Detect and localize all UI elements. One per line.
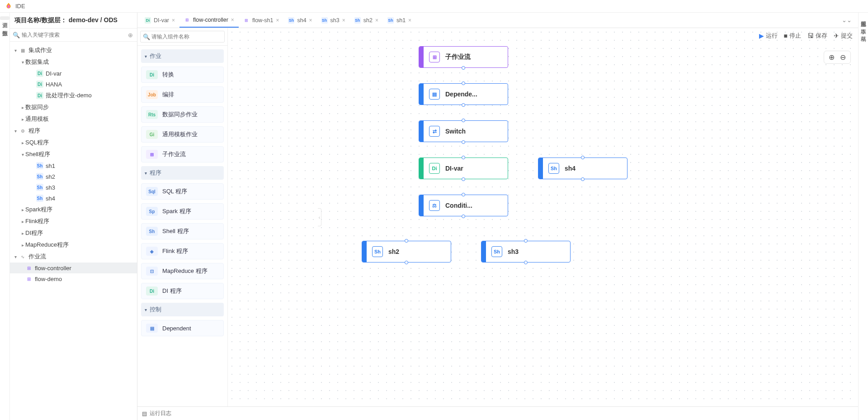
tree-leaf[interactable]: Shsh1 — [10, 160, 137, 171]
palette-item[interactable]: ⊞子作业流 — [141, 146, 224, 162]
send-icon: ✈ — [834, 32, 839, 39]
close-icon[interactable]: × — [231, 17, 234, 23]
tree-leaf[interactable]: DiDI-var — [10, 68, 137, 79]
run-button[interactable]: ▶运行 — [759, 32, 778, 40]
flow-canvas[interactable]: ⊞子作业流 ▤Depende... ⇄Switch DiDI-var Shsh4… — [228, 28, 858, 406]
close-icon[interactable]: × — [375, 17, 378, 24]
palette-item[interactable]: SpSpark 程序 — [141, 203, 224, 220]
tree-node-chengxu[interactable]: ▾⚙程序 — [10, 125, 137, 137]
sh-icon: Sh — [387, 17, 394, 24]
palette-item[interactable]: Di转换 — [141, 67, 224, 83]
zoom-out-button[interactable]: ⊖ — [838, 53, 848, 62]
palette-item[interactable]: ▤Dependent — [141, 320, 224, 336]
palette-item[interactable]: ◈Flink 程序 — [141, 243, 224, 259]
gear-icon: ⚙ — [19, 127, 26, 134]
close-icon[interactable]: × — [342, 17, 345, 24]
tree-node-spark[interactable]: ▸Spark程序 — [10, 204, 137, 215]
sh-icon: Sh — [548, 163, 559, 174]
tree-node-diprog[interactable]: ▸DI程序 — [10, 227, 137, 239]
close-icon[interactable]: × — [309, 17, 312, 24]
tree-leaf-flow-demo[interactable]: ⊞flow-demo — [10, 273, 137, 284]
flow-node-condition[interactable]: ⚖Conditi... — [419, 195, 508, 216]
tree-node-shujutongbu[interactable]: ▸数据同步 — [10, 101, 137, 113]
add-icon[interactable]: ⊕ — [126, 31, 134, 39]
palette-section-chengxu[interactable]: ▾程序 — [141, 166, 224, 180]
tree-node-tongyongmoban[interactable]: ▸通用模板 — [10, 113, 137, 125]
mr-icon: ⊡ — [146, 267, 158, 276]
submit-button[interactable]: ✈提交 — [834, 32, 853, 40]
tab-sh2[interactable]: Shsh2× — [350, 13, 383, 28]
tree-node-zuoyeliu[interactable]: ▾∿作业流 — [10, 251, 137, 262]
stop-button[interactable]: ■停止 — [784, 32, 801, 40]
tab-sh1[interactable]: Shsh1× — [383, 13, 416, 28]
tree-leaf[interactable]: Shsh4 — [10, 193, 137, 204]
search-icon: 🔍 — [143, 33, 150, 40]
component-palette: 🔍 ▾作业 Di转换 Job编排 Rts数据同步作业 Gi通用模板作业 ⊞子作业… — [137, 28, 228, 406]
di-icon: Di — [146, 70, 158, 79]
tree-node-flink[interactable]: ▸Flink程序 — [10, 215, 137, 227]
close-icon[interactable]: × — [276, 17, 279, 24]
flow-node-sh2[interactable]: Shsh2 — [362, 241, 451, 262]
close-icon[interactable]: × — [172, 17, 175, 24]
palette-section-kongzhi[interactable]: ▾控制 — [141, 303, 224, 316]
flow-icon: ⊞ — [25, 264, 33, 272]
play-icon: ▶ — [759, 32, 764, 39]
flow-node-dependent[interactable]: ▤Depende... — [419, 83, 508, 105]
tab-sh3[interactable]: Shsh3× — [317, 13, 350, 28]
palette-item[interactable]: SqlSQL 程序 — [141, 183, 224, 200]
subflow-icon: ⊞ — [429, 52, 440, 62]
palette-item[interactable]: Gi通用模板作业 — [141, 126, 224, 143]
di-icon: Di — [429, 163, 440, 174]
stop-icon: ■ — [784, 32, 788, 39]
tree-node-mr[interactable]: ▸MapReduce程序 — [10, 239, 137, 251]
tree-node-sql[interactable]: ▸SQL程序 — [10, 137, 137, 148]
di-icon: Di — [146, 286, 158, 296]
palette-item[interactable]: ShShell 程序 — [141, 223, 224, 239]
rail-item-resource[interactable]: 资源 — [0, 16, 9, 20]
collapse-handle[interactable]: ‹ — [318, 208, 321, 226]
tab-di-var[interactable]: DiDI-var× — [140, 13, 179, 28]
canvas-toolbar: ▶运行 ■停止 🖫保存 ✈提交 — [759, 32, 853, 40]
search-icon: 🔍 — [13, 32, 20, 38]
tree-leaf[interactable]: Shsh2 — [10, 171, 137, 182]
app-title: IDE — [15, 3, 25, 10]
sh-icon: Sh — [146, 227, 158, 236]
tree-leaf[interactable]: DiHANA — [10, 79, 137, 90]
sh-icon: Sh — [36, 162, 43, 169]
palette-search-input[interactable] — [140, 31, 225, 43]
statusbar[interactable]: ▤ 运行日志 — [137, 406, 858, 420]
tab-sh4[interactable]: Shsh4× — [283, 13, 316, 28]
palette-item[interactable]: Job编排 — [141, 86, 224, 103]
tree-leaf[interactable]: Di批处理作业-demo — [10, 90, 137, 101]
di-icon: Di — [36, 70, 43, 77]
sh-icon: Sh — [354, 17, 361, 24]
zoom-in-button[interactable]: ⊕ — [827, 53, 836, 62]
close-icon[interactable]: × — [408, 17, 411, 24]
tree-node-shell[interactable]: ▾Shell程序 — [10, 148, 137, 160]
tree-node-jicheng[interactable]: ▾▦集成作业 — [10, 44, 137, 56]
palette-item[interactable]: ⊡MapReduce 程序 — [141, 263, 224, 279]
job-icon: Job — [146, 90, 158, 99]
titlebar: IDE — [0, 0, 868, 13]
sidebar-search-input[interactable] — [20, 30, 126, 39]
tab-flow-controller[interactable]: ⊞flow-controller× — [179, 13, 239, 28]
flow-node-switch[interactable]: ⇄Switch — [419, 120, 508, 142]
edges-layer — [228, 28, 363, 96]
tree-leaf[interactable]: Shsh3 — [10, 182, 137, 193]
flow-node-di-var[interactable]: DiDI-var — [419, 158, 508, 179]
flow-node-sh4[interactable]: Shsh4 — [538, 158, 627, 179]
palette-item[interactable]: DiDI 程序 — [141, 283, 224, 299]
tree-leaf-flow-controller[interactable]: ⊞flow-controller — [10, 262, 137, 273]
palette-item[interactable]: Rts数据同步作业 — [141, 106, 224, 123]
flow-node-sh3[interactable]: Shsh3 — [481, 241, 571, 262]
di-icon: Di — [36, 81, 43, 88]
flow-icon: ⊞ — [184, 17, 190, 23]
save-button[interactable]: 🖫保存 — [807, 32, 827, 40]
right-rail: 通用配置 版本 草稿 — [858, 13, 868, 420]
tab-flow-sh1[interactable]: ⊞flow-sh1× — [239, 13, 284, 28]
sh-icon: Sh — [36, 173, 43, 180]
palette-section-zuoye[interactable]: ▾作业 — [141, 49, 224, 63]
flow-node-subflow[interactable]: ⊞子作业流 — [419, 46, 508, 68]
tabs-more-icon[interactable]: ⌄⌄ — [838, 17, 855, 24]
tree-node-shujujicheng[interactable]: ▾数据集成 — [10, 56, 137, 68]
